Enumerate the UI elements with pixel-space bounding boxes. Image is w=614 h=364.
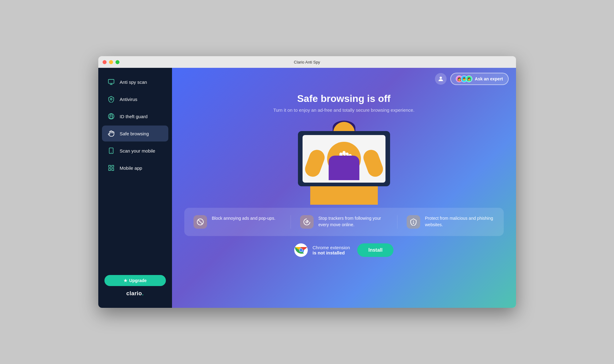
svg-rect-5 — [110, 116, 112, 118]
sidebar-item-anti-spy-scan[interactable]: Anti spy scan — [102, 74, 168, 90]
nav-label: Anti spy scan — [120, 79, 147, 85]
star-icon: ★ — [123, 278, 127, 283]
chrome-info: Chrome extension is not installed — [294, 243, 350, 257]
illustration — [286, 119, 402, 205]
window-title: Clario Anti Spy — [294, 60, 320, 64]
tracker-icon — [300, 215, 314, 229]
chrome-text: Chrome extension is not installed — [313, 245, 350, 255]
features-strip: Block annoying ads and pop-ups. Stop tra… — [184, 208, 504, 236]
svg-point-17 — [413, 223, 414, 223]
feature-text-phishing: Protect from malicious and phishing webs… — [425, 215, 495, 228]
maximize-button[interactable] — [115, 60, 119, 64]
hand-icon — [107, 129, 115, 138]
app-window: Clario Anti Spy Anti spy scan — [98, 56, 516, 308]
chrome-icon — [294, 243, 308, 257]
sidebar-item-mobile-app[interactable]: Mobile app — [102, 160, 168, 176]
clario-logo: clario. — [126, 290, 144, 297]
nav-label: ID theft guard — [120, 114, 148, 119]
feature-item-phishing: Protect from malicious and phishing webs… — [397, 215, 504, 229]
feature-text-trackers: Stop trackers from following your every … — [319, 215, 388, 228]
monitor-icon — [107, 78, 115, 86]
app-body: Anti spy scan Antivirus — [98, 68, 516, 308]
nav-items: Anti spy scan Antivirus — [98, 74, 172, 270]
minimize-button[interactable] — [109, 60, 113, 64]
sidebar-bottom: ★ Upgrade clario. — [98, 270, 172, 302]
svg-rect-8 — [108, 165, 110, 167]
svg-point-3 — [110, 98, 112, 100]
sidebar-item-safe-browsing[interactable]: Safe browsing — [102, 126, 168, 141]
feature-text-ads: Block annoying ads and pop-ups. — [212, 215, 276, 222]
hero-title: Safe browsing is off — [172, 93, 516, 104]
svg-rect-11 — [111, 168, 113, 170]
main-content: 👩 👨 👩 Ask an expert Safe browsing is off… — [172, 68, 516, 308]
svg-rect-0 — [108, 79, 114, 83]
person-shirt — [329, 156, 359, 180]
feature-item-trackers: Stop trackers from following your every … — [291, 215, 397, 229]
ask-expert-button[interactable]: 👩 👨 👩 Ask an expert — [450, 73, 509, 85]
upgrade-button[interactable]: ★ Upgrade — [104, 275, 166, 286]
phishing-icon — [407, 215, 420, 229]
sidebar-item-antivirus[interactable]: Antivirus — [102, 91, 168, 107]
expert-avatars: 👩 👨 👩 — [456, 76, 472, 82]
chrome-extension-bar: Chrome extension is not installed Instal… — [172, 236, 516, 266]
main-header: 👩 👨 👩 Ask an expert — [172, 68, 516, 90]
feature-item-ads: Block annoying ads and pop-ups. — [184, 215, 291, 229]
user-avatar-button[interactable] — [435, 73, 447, 85]
traffic-lights — [103, 60, 119, 64]
ad-block-icon — [194, 215, 207, 229]
svg-line-14 — [198, 220, 202, 224]
mobile-icon — [107, 146, 115, 155]
install-button[interactable]: Install — [357, 243, 393, 257]
nav-label: Scan your mobile — [120, 148, 155, 153]
sidebar-item-scan-mobile[interactable]: Scan your mobile — [102, 143, 168, 159]
grid-icon — [107, 164, 115, 172]
lock-circle-icon — [107, 112, 115, 121]
sidebar: Anti spy scan Antivirus — [98, 68, 172, 308]
nav-label: Antivirus — [120, 97, 138, 102]
svg-rect-10 — [108, 168, 110, 170]
expert-avatar-3: 👩 — [466, 76, 472, 82]
hero-section: Safe browsing is off Turn it on to enjoy… — [172, 90, 516, 119]
hero-subtitle: Turn it on to enjoy an ad-free and total… — [172, 107, 516, 113]
nav-label: Safe browsing — [120, 131, 149, 136]
close-button[interactable] — [103, 60, 107, 64]
svg-point-15 — [306, 221, 308, 223]
svg-rect-9 — [111, 165, 113, 167]
svg-point-21 — [299, 249, 303, 252]
shield-icon — [107, 95, 115, 103]
titlebar: Clario Anti Spy — [98, 56, 516, 68]
nav-label: Mobile app — [120, 165, 142, 171]
illustration-area — [172, 119, 516, 205]
svg-point-12 — [440, 77, 442, 79]
sidebar-item-id-theft-guard[interactable]: ID theft guard — [102, 108, 168, 124]
